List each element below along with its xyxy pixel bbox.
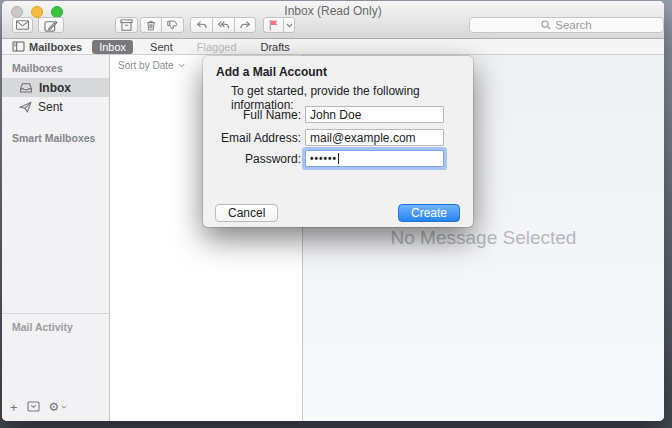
mail-window: Inbox (Read Only) (2, 1, 664, 421)
password-label: Password: (203, 152, 305, 166)
reply-icon (195, 20, 208, 31)
compose-icon (44, 19, 58, 32)
no-message-selected-text: No Message Selected (391, 227, 577, 249)
toolbar: Search (2, 17, 664, 34)
password-dots: •••••• (310, 153, 337, 164)
favorite-flagged[interactable]: Flagged (190, 40, 244, 54)
forward-button[interactable] (234, 17, 256, 33)
titlebar: Inbox (Read Only) (2, 1, 664, 39)
reply-all-icon (217, 20, 230, 31)
full-name-field[interactable] (305, 106, 444, 123)
sidebar-section-smart-mailboxes: Smart Mailboxes (2, 125, 109, 148)
sidebar-section-mailboxes: Mailboxes (2, 55, 109, 78)
search-icon (541, 20, 551, 30)
compose-button[interactable] (38, 17, 64, 33)
flag-icon (268, 19, 279, 31)
flag-button[interactable] (263, 17, 284, 33)
sidebar-bottom-bar: + ⚙ (10, 398, 67, 416)
sidebar-item-sent[interactable]: Sent (2, 97, 109, 116)
sidebar-item-label: Sent (38, 100, 63, 114)
sidebar-panel-icon (12, 41, 25, 52)
add-mailbox-button[interactable]: + (10, 401, 18, 414)
mailboxes-toggle[interactable]: Mailboxes (12, 41, 82, 53)
email-address-field[interactable] (305, 129, 444, 146)
get-mail-button[interactable] (12, 17, 33, 33)
favorite-inbox[interactable]: Inbox (92, 40, 133, 54)
archive-icon (120, 19, 133, 31)
chevron-down-icon (178, 63, 185, 68)
show-action-button[interactable] (27, 398, 40, 416)
paper-plane-icon (19, 101, 32, 113)
favorite-sent[interactable]: Sent (143, 40, 180, 54)
cancel-button[interactable]: Cancel (215, 204, 278, 222)
window-title: Inbox (Read Only) (2, 4, 664, 18)
inbox-icon (19, 82, 33, 93)
archive-button[interactable] (115, 17, 138, 33)
full-name-label: Full Name: (203, 108, 305, 122)
email-address-label: Email Address: (203, 131, 305, 145)
password-field[interactable]: •••••• (305, 150, 444, 167)
thumbs-down-icon (166, 19, 179, 31)
gear-icon: ⚙ (49, 401, 60, 413)
mail-activity-panel: Mail Activity (2, 313, 109, 337)
show-action-icon (27, 401, 40, 412)
trash-button[interactable] (140, 17, 162, 33)
favorite-drafts[interactable]: Drafts (254, 40, 297, 54)
trash-icon (145, 19, 157, 31)
envelope-icon (16, 20, 29, 30)
email-address-row: Email Address: (203, 129, 444, 146)
add-mail-account-dialog: Add a Mail Account To get started, provi… (203, 56, 473, 227)
sort-label: Sort by Date (118, 60, 174, 71)
flag-group (263, 17, 295, 33)
reply-group (190, 17, 256, 33)
mailboxes-toggle-label: Mailboxes (29, 41, 82, 53)
reply-all-button[interactable] (212, 17, 235, 33)
reply-button[interactable] (190, 17, 213, 33)
dialog-title: Add a Mail Account (216, 65, 327, 79)
chevron-down-icon (61, 405, 67, 409)
chevron-down-icon (286, 23, 293, 28)
trash-junk-group (140, 17, 184, 33)
create-button[interactable]: Create (398, 204, 460, 222)
favorites-bar: Mailboxes Inbox Sent Flagged Drafts (2, 39, 664, 55)
sidebar: Mailboxes Inbox Sent Smart Mailboxes Mai… (2, 55, 110, 421)
search-input[interactable]: Search (469, 17, 664, 33)
forward-icon (239, 20, 252, 31)
mail-activity-label: Mail Activity (2, 314, 109, 337)
full-name-row: Full Name: (203, 106, 444, 123)
sidebar-item-inbox[interactable]: Inbox (2, 78, 109, 97)
flag-menu-button[interactable] (283, 17, 295, 33)
gear-menu-button[interactable]: ⚙ (49, 401, 68, 413)
password-row: Password: •••••• (203, 150, 444, 167)
text-caret (338, 153, 339, 164)
search-placeholder: Search (555, 19, 591, 31)
sidebar-item-label: Inbox (39, 81, 71, 95)
junk-button[interactable] (161, 17, 184, 33)
